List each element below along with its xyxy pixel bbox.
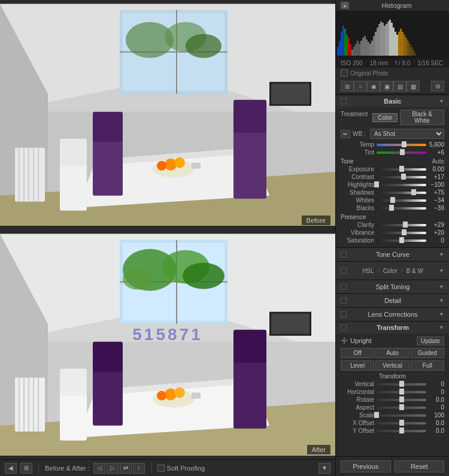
y-offset-track[interactable] bbox=[377, 430, 426, 432]
rotate-track[interactable] bbox=[377, 399, 426, 401]
more-btn[interactable]: ▼ bbox=[318, 463, 330, 474]
aspect-track[interactable] bbox=[377, 407, 426, 409]
scale-value: 100 bbox=[426, 412, 444, 419]
basic-panel: Basic ▼ Treatment : Color Black & White … bbox=[336, 95, 449, 247]
svg-point-58 bbox=[174, 387, 185, 398]
y-offset-thumb[interactable] bbox=[399, 428, 404, 433]
redeye-icon[interactable]: ▣ bbox=[380, 81, 393, 92]
whites-label: Whites bbox=[341, 197, 377, 204]
svg-point-59 bbox=[157, 390, 166, 400]
horizontal-thumb[interactable] bbox=[399, 389, 404, 395]
saturation-thumb[interactable] bbox=[399, 237, 404, 243]
hsl-header[interactable]: HSL / Color / B & W ▼ bbox=[336, 262, 449, 280]
lens-corrections-header[interactable]: Lens Corrections ▼ bbox=[336, 308, 449, 321]
ba-prev-btn[interactable]: ◁ bbox=[93, 463, 105, 474]
blacks-value: −39 bbox=[426, 205, 444, 211]
svg-rect-69 bbox=[337, 47, 339, 56]
blacks-track[interactable] bbox=[377, 207, 426, 210]
tone-curve-header[interactable]: Tone Curve ▼ bbox=[336, 248, 449, 261]
y-offset-value: 0.0 bbox=[426, 428, 444, 434]
clarity-thumb[interactable] bbox=[403, 222, 408, 228]
exposure-value: 0.00 bbox=[426, 166, 444, 172]
crop-tool-icon[interactable]: ○ bbox=[354, 81, 367, 92]
rotate-value: 0.0 bbox=[426, 396, 444, 403]
level-btn[interactable]: Level bbox=[341, 360, 374, 371]
temp-slider-row: Temp 5,600 bbox=[341, 141, 444, 148]
horizontal-track[interactable] bbox=[377, 391, 426, 393]
transform-panel-header[interactable]: Transform ▼ bbox=[336, 322, 449, 333]
graduated-filter-icon[interactable]: ▤ bbox=[393, 81, 406, 92]
whites-track[interactable] bbox=[377, 199, 426, 202]
svg-rect-76 bbox=[350, 44, 351, 56]
previous-btn[interactable]: Previous bbox=[341, 460, 391, 472]
grid-btn[interactable]: ⊞ bbox=[20, 463, 32, 474]
tint-track[interactable] bbox=[377, 151, 426, 154]
transform-subtitle: Transform bbox=[341, 373, 444, 380]
update-btn[interactable]: Update bbox=[417, 336, 444, 345]
spot-removal-icon[interactable]: ◉ bbox=[367, 81, 380, 92]
vertical-track[interactable] bbox=[377, 383, 426, 386]
shadows-thumb[interactable] bbox=[411, 189, 416, 195]
svg-rect-93 bbox=[380, 22, 382, 56]
contrast-thumb[interactable] bbox=[401, 174, 406, 180]
histogram-collapse-btn[interactable]: ▲ bbox=[341, 2, 349, 9]
scale-thumb[interactable] bbox=[374, 412, 379, 418]
blacks-thumb[interactable] bbox=[389, 205, 394, 211]
soft-proofing-checkbox[interactable] bbox=[157, 465, 165, 472]
vibrance-label: Vibrance bbox=[341, 229, 377, 236]
move-icon[interactable]: ✛ bbox=[341, 336, 348, 345]
auto-upright-btn[interactable]: Auto bbox=[375, 348, 409, 358]
clarity-track[interactable] bbox=[377, 224, 426, 226]
bw-btn[interactable]: Black & White bbox=[400, 110, 444, 125]
ba-toggle-btn[interactable]: ↕ bbox=[133, 463, 145, 474]
radial-filter-icon[interactable]: ▦ bbox=[406, 81, 420, 92]
histogram-tool-icon[interactable]: ⊞ bbox=[341, 81, 354, 92]
bw-item[interactable]: B & W bbox=[406, 268, 423, 274]
vibrance-thumb[interactable] bbox=[402, 229, 406, 235]
x-offset-thumb[interactable] bbox=[399, 420, 404, 426]
tone-auto-btn[interactable]: Auto bbox=[432, 158, 444, 165]
saturation-track[interactable] bbox=[377, 239, 426, 242]
highlights-track[interactable] bbox=[377, 184, 426, 186]
ba-next-btn[interactable]: ▷ bbox=[107, 463, 119, 474]
basic-panel-header[interactable]: Basic ▼ bbox=[336, 95, 449, 107]
reset-btn[interactable]: Reset bbox=[395, 460, 445, 472]
exposure-thumb[interactable] bbox=[399, 166, 404, 172]
eyedropper-icon[interactable]: ✏ bbox=[341, 130, 350, 138]
detail-header[interactable]: Detail ▼ bbox=[336, 294, 449, 307]
hsl-item[interactable]: HSL bbox=[362, 268, 374, 274]
exposure-track[interactable] bbox=[377, 168, 426, 171]
wb-dropdown[interactable]: As Shot Auto Daylight Cloudy bbox=[370, 129, 444, 139]
highlights-thumb[interactable] bbox=[374, 181, 379, 187]
ba-swap-btn[interactable]: ⇄ bbox=[120, 463, 132, 474]
tint-thumb[interactable] bbox=[400, 149, 405, 155]
settings-icon[interactable]: ⚙ bbox=[431, 81, 444, 92]
split-toning-header[interactable]: Split Toning ▼ bbox=[336, 280, 449, 293]
svg-rect-63 bbox=[233, 329, 266, 362]
original-photo-checkbox[interactable] bbox=[341, 69, 348, 77]
full-btn[interactable]: Full bbox=[411, 360, 444, 371]
vertical-thumb[interactable] bbox=[399, 381, 404, 387]
scale-track[interactable] bbox=[377, 414, 426, 417]
contrast-track[interactable] bbox=[377, 176, 426, 178]
off-btn[interactable]: Off bbox=[341, 348, 374, 358]
vertical-btn[interactable]: Vertical bbox=[375, 360, 409, 371]
aspect-value: 0 bbox=[426, 404, 444, 411]
temp-thumb[interactable] bbox=[402, 141, 406, 147]
vibrance-track[interactable] bbox=[377, 232, 426, 234]
prev-frame-btn[interactable]: ◀ bbox=[5, 463, 17, 474]
svg-rect-99 bbox=[391, 23, 393, 56]
guided-btn[interactable]: Guided bbox=[411, 348, 444, 358]
rotate-thumb[interactable] bbox=[399, 396, 404, 402]
right-panel-scroll[interactable]: Basic ▼ Treatment : Color Black & White … bbox=[336, 95, 449, 456]
svg-rect-88 bbox=[371, 41, 373, 56]
aspect-thumb[interactable] bbox=[399, 404, 404, 410]
svg-rect-72 bbox=[342, 26, 344, 56]
temp-track[interactable] bbox=[377, 144, 426, 146]
shadows-track[interactable] bbox=[377, 192, 426, 194]
color-btn[interactable]: Color bbox=[372, 113, 398, 122]
whites-thumb[interactable] bbox=[390, 197, 395, 203]
x-offset-track[interactable] bbox=[377, 422, 426, 425]
svg-rect-96 bbox=[386, 24, 387, 56]
color-item[interactable]: Color bbox=[383, 268, 398, 274]
